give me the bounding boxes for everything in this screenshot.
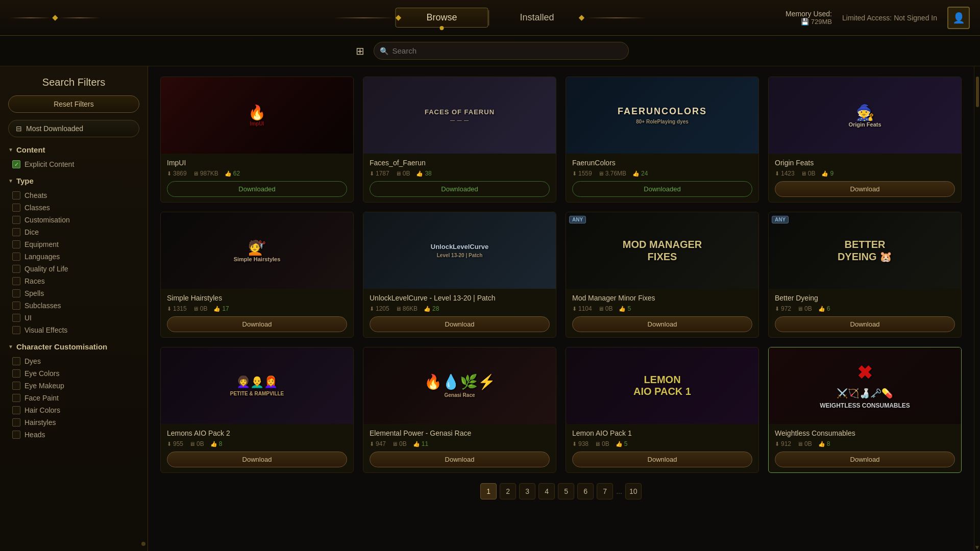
- checkbox-races-box[interactable]: [12, 277, 20, 285]
- checkbox-cheats[interactable]: Cheats: [8, 189, 139, 202]
- checkbox-dyes-box[interactable]: [12, 357, 20, 365]
- scroll-thumb[interactable]: [976, 77, 979, 107]
- page-button-1[interactable]: 1: [480, 483, 497, 499]
- checkbox-dice-box[interactable]: [12, 228, 20, 236]
- checkbox-customisation[interactable]: Customisation: [8, 214, 139, 226]
- reset-filters-button[interactable]: Reset Filters: [8, 95, 139, 113]
- checkbox-ui-label: UI: [24, 314, 32, 322]
- char-section-header[interactable]: ▼ Character Customisation: [8, 342, 139, 351]
- likes-origin: 👍 9: [821, 170, 834, 177]
- checkbox-races[interactable]: Races: [8, 275, 139, 287]
- sort-label: Most Downloaded: [26, 124, 83, 133]
- size-icon: 🖥: [396, 170, 401, 177]
- download-button-betterdy[interactable]: Download: [775, 316, 955, 332]
- checkbox-explicit-box[interactable]: [12, 160, 20, 168]
- size-icon: 🖥: [392, 441, 398, 447]
- tab-browse[interactable]: Browse: [395, 8, 488, 28]
- checkbox-explicit-label: Explicit Content: [24, 160, 74, 168]
- mod-card-faces[interactable]: FACES OF FAERUN — — — Faces_of_Faerun ⬇ …: [363, 77, 556, 203]
- checkbox-classes-box[interactable]: [12, 204, 20, 212]
- like-icon: 👍: [210, 441, 217, 447]
- scroll-rail[interactable]: ▼: [974, 66, 980, 551]
- checkbox-hairstyles[interactable]: Hairstyles: [8, 416, 139, 429]
- mod-card-weightless[interactable]: ✖ ⚔️🏹🍶🗝️💊 WEIGHTLESS CONSUMABLES Weightl…: [768, 347, 962, 473]
- checkbox-spells-box[interactable]: [12, 289, 20, 297]
- download-button-unlock[interactable]: Download: [370, 316, 550, 332]
- checkbox-dice[interactable]: Dice: [8, 226, 139, 238]
- download-button-lemons2[interactable]: Download: [167, 452, 347, 467]
- like-icon: 👍: [616, 441, 623, 447]
- checkbox-visual-box[interactable]: [12, 326, 20, 334]
- download-button-lemon1[interactable]: Download: [572, 452, 752, 467]
- mod-card-elemental[interactable]: 🔥💧🌿⚡ Genasi Race Elemental Power - Genas…: [363, 347, 556, 473]
- checkbox-equipment-box[interactable]: [12, 240, 20, 248]
- checkbox-spells[interactable]: Spells: [8, 287, 139, 299]
- download-button-origin[interactable]: Download: [775, 181, 955, 197]
- checkbox-languages[interactable]: Languages: [8, 251, 139, 263]
- page-button-last[interactable]: 10: [625, 483, 642, 499]
- mod-card-lemon1[interactable]: LEMONAIO PACK 1 Lemon AIO Pack 1 ⬇ 938 🖥: [566, 347, 759, 473]
- page-button-6[interactable]: 6: [577, 483, 594, 499]
- scroll-down-arrow[interactable]: ▼: [974, 544, 980, 551]
- content-section-header[interactable]: ▼ Content: [8, 145, 139, 154]
- mod-card-lemons2[interactable]: 👩‍🦱👨‍🦲👩‍🦰 PETITE & RAMPVILLE Lemons AIO …: [160, 347, 354, 473]
- checkbox-classes[interactable]: Classes: [8, 202, 139, 214]
- mod-card-originfeats[interactable]: 🧙 Origin Feats Origin Feats ⬇ 1423: [768, 77, 962, 203]
- page-button-4[interactable]: 4: [538, 483, 555, 499]
- checkbox-ui[interactable]: UI: [8, 312, 139, 324]
- download-button-elemental[interactable]: Download: [370, 452, 550, 467]
- download-button-simple[interactable]: Download: [167, 316, 347, 332]
- type-section-header[interactable]: ▼ Type: [8, 177, 139, 185]
- likes-lemons2: 👍 8: [210, 440, 223, 447]
- checkbox-facepaint[interactable]: Face Paint: [8, 392, 139, 404]
- checkbox-hairstyles-box[interactable]: [12, 418, 20, 427]
- checkbox-ui-box[interactable]: [12, 314, 20, 322]
- page-button-3[interactable]: 3: [519, 483, 535, 499]
- checkbox-haircolors[interactable]: Hair Colors: [8, 404, 139, 416]
- checkbox-languages-box[interactable]: [12, 253, 20, 261]
- mod-info-faces: Faces_of_Faerun ⬇ 1787 🖥 0B 👍: [363, 154, 556, 202]
- sort-dropdown-button[interactable]: ⊟ Most Downloaded: [8, 120, 139, 137]
- checkbox-visual[interactable]: Visual Effects: [8, 324, 139, 336]
- checkbox-cheats-box[interactable]: [12, 191, 20, 199]
- checkbox-quality-box[interactable]: [12, 265, 20, 273]
- tab-installed[interactable]: Installed: [489, 8, 584, 28]
- mod-card-unlock[interactable]: UnlockLevelCurve Level 13-20 | Patch Unl…: [363, 212, 556, 338]
- size-weightless: 🖥 0B: [797, 440, 812, 447]
- download-count-simple: ⬇ 1315: [167, 305, 187, 312]
- search-input[interactable]: [374, 42, 629, 60]
- checkbox-explicit[interactable]: Explicit Content: [8, 158, 139, 170]
- checkbox-races-label: Races: [24, 277, 45, 285]
- size-icon: 🖥: [396, 306, 401, 312]
- size-lemons2: 🖥 0B: [189, 440, 204, 447]
- size-icon: 🖥: [598, 306, 604, 312]
- download-button-weightless[interactable]: Download: [775, 452, 955, 467]
- page-button-2[interactable]: 2: [500, 483, 516, 499]
- checkbox-quality[interactable]: Quality of Life: [8, 263, 139, 275]
- download-button-modfix[interactable]: Download: [572, 316, 752, 332]
- likes-lemon1: 👍 5: [616, 440, 628, 447]
- checkbox-heads[interactable]: Heads: [8, 429, 139, 441]
- checkbox-facepaint-box[interactable]: [12, 394, 20, 402]
- user-avatar[interactable]: 👤: [947, 7, 970, 29]
- mod-card-modfix[interactable]: ANY MOD MANAGERFIXES Mod Manager Minor F…: [566, 212, 759, 338]
- checkbox-subclasses-box[interactable]: [12, 302, 20, 310]
- checkbox-eyemakeup-box[interactable]: [12, 382, 20, 390]
- checkbox-heads-box[interactable]: [12, 431, 20, 439]
- size-betterdy: 🖥 0B: [797, 305, 812, 312]
- checkbox-haircolors-box[interactable]: [12, 406, 20, 414]
- page-button-5[interactable]: 5: [558, 483, 574, 499]
- checkbox-dyes[interactable]: Dyes: [8, 355, 139, 367]
- checkbox-equipment[interactable]: Equipment: [8, 238, 139, 251]
- mod-card-impui[interactable]: 🔥 ImpUI ImpUI ⬇ 3869 🖥: [160, 77, 354, 203]
- checkbox-customisation-box[interactable]: [12, 216, 20, 224]
- page-button-7[interactable]: 7: [597, 483, 613, 499]
- checkbox-eyecolors-box[interactable]: [12, 369, 20, 378]
- checkbox-eyemakeup[interactable]: Eye Makeup: [8, 380, 139, 392]
- mod-card-faerun[interactable]: FAERUNCOLORS 80+ RolePlaying dyes Faerun…: [566, 77, 759, 203]
- checkbox-eyecolors[interactable]: Eye Colors: [8, 367, 139, 380]
- filter-toggle-button[interactable]: ⊞: [352, 43, 369, 59]
- mod-card-betterdy[interactable]: ANY BETTERDYEING 🐹 Better Dyeing ⬇ 972: [768, 212, 962, 338]
- checkbox-subclasses[interactable]: Subclasses: [8, 299, 139, 312]
- mod-card-simplehairstyles[interactable]: 💇 Simple Hairstyles Simple Hairstyles ⬇ …: [160, 212, 354, 338]
